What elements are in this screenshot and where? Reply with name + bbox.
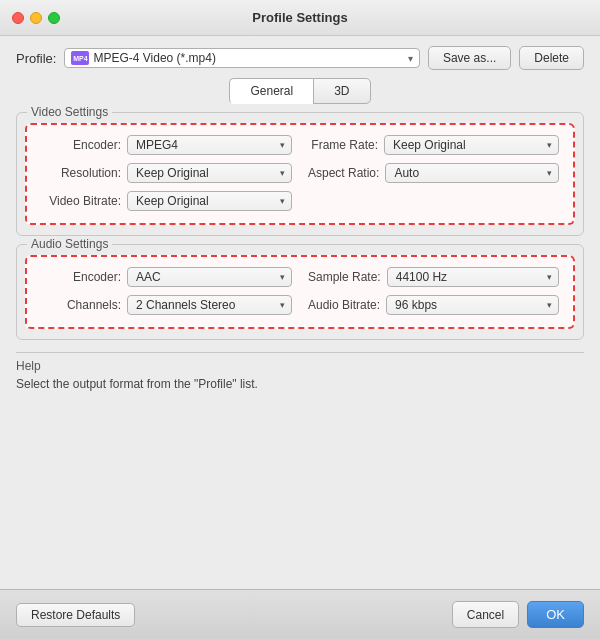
close-button[interactable] bbox=[12, 12, 24, 24]
audio-settings-inner: Encoder: AAC ▾ Sample Rate: 44100 Hz ▾ bbox=[25, 255, 575, 329]
minimize-button[interactable] bbox=[30, 12, 42, 24]
video-bitrate-arrow: ▾ bbox=[280, 196, 285, 206]
cancel-button[interactable]: Cancel bbox=[452, 601, 519, 628]
help-text: Select the output format from the "Profi… bbox=[16, 377, 584, 391]
video-settings-outer: Video Settings Encoder: MPEG4 ▾ Frame Ra… bbox=[16, 112, 584, 236]
tab-general[interactable]: General bbox=[229, 78, 313, 104]
audio-encoder-arrow: ▾ bbox=[280, 272, 285, 282]
tabs-row: General 3D bbox=[16, 78, 584, 104]
encoder-label: Encoder: bbox=[41, 138, 121, 152]
audio-settings-grid: Encoder: AAC ▾ Sample Rate: 44100 Hz ▾ bbox=[41, 267, 559, 315]
channels-label: Channels: bbox=[41, 298, 121, 312]
frame-rate-arrow: ▾ bbox=[547, 140, 552, 150]
profile-icon: MP4 bbox=[71, 51, 89, 65]
channels-row: Channels: 2 Channels Stereo ▾ bbox=[41, 295, 292, 315]
frame-rate-label: Frame Rate: bbox=[308, 138, 378, 152]
sample-rate-arrow: ▾ bbox=[547, 272, 552, 282]
help-section: Help Select the output format from the "… bbox=[16, 348, 584, 395]
spacer bbox=[16, 403, 584, 573]
restore-defaults-button[interactable]: Restore Defaults bbox=[16, 603, 135, 627]
audio-bitrate-value: 96 kbps bbox=[395, 298, 543, 312]
video-bitrate-row: Video Bitrate: Keep Original ▾ bbox=[41, 191, 292, 211]
delete-button[interactable]: Delete bbox=[519, 46, 584, 70]
ok-button[interactable]: OK bbox=[527, 601, 584, 628]
audio-bitrate-arrow: ▾ bbox=[547, 300, 552, 310]
audio-encoder-row: Encoder: AAC ▾ bbox=[41, 267, 292, 287]
window-title: Profile Settings bbox=[252, 10, 347, 25]
encoder-arrow: ▾ bbox=[280, 140, 285, 150]
help-border: Help Select the output format from the "… bbox=[16, 352, 584, 391]
video-bitrate-label: Video Bitrate: bbox=[41, 194, 121, 208]
help-title: Help bbox=[16, 359, 584, 373]
audio-bitrate-select[interactable]: 96 kbps ▾ bbox=[386, 295, 559, 315]
aspect-ratio-value: Auto bbox=[394, 166, 543, 180]
audio-bitrate-label: Audio Bitrate: bbox=[308, 298, 380, 312]
audio-settings-label: Audio Settings bbox=[27, 237, 112, 251]
frame-rate-row: Frame Rate: Keep Original ▾ bbox=[308, 135, 559, 155]
bottom-right: Cancel OK bbox=[452, 601, 584, 628]
encoder-select[interactable]: MPEG4 ▾ bbox=[127, 135, 292, 155]
resolution-row: Resolution: Keep Original ▾ bbox=[41, 163, 292, 183]
audio-bitrate-row: Audio Bitrate: 96 kbps ▾ bbox=[308, 295, 559, 315]
profile-row: Profile: MP4 MPEG-4 Video (*.mp4) ▾ Save… bbox=[16, 46, 584, 70]
profile-select[interactable]: MP4 MPEG-4 Video (*.mp4) ▾ bbox=[64, 48, 419, 68]
profile-value: MPEG-4 Video (*.mp4) bbox=[93, 51, 403, 65]
video-settings-grid: Encoder: MPEG4 ▾ Frame Rate: Keep Origin… bbox=[41, 135, 559, 211]
sample-rate-select[interactable]: 44100 Hz ▾ bbox=[387, 267, 559, 287]
video-settings-inner: Encoder: MPEG4 ▾ Frame Rate: Keep Origin… bbox=[25, 123, 575, 225]
video-bitrate-select[interactable]: Keep Original ▾ bbox=[127, 191, 292, 211]
traffic-lights bbox=[12, 12, 60, 24]
sample-rate-row: Sample Rate: 44100 Hz ▾ bbox=[308, 267, 559, 287]
resolution-select[interactable]: Keep Original ▾ bbox=[127, 163, 292, 183]
audio-settings-outer: Audio Settings Encoder: AAC ▾ Sample Rat… bbox=[16, 244, 584, 340]
aspect-ratio-select[interactable]: Auto ▾ bbox=[385, 163, 559, 183]
profile-dropdown-arrow: ▾ bbox=[408, 53, 413, 64]
resolution-arrow: ▾ bbox=[280, 168, 285, 178]
video-bitrate-value: Keep Original bbox=[136, 194, 276, 208]
aspect-ratio-arrow: ▾ bbox=[547, 168, 552, 178]
save-as-button[interactable]: Save as... bbox=[428, 46, 511, 70]
encoder-value: MPEG4 bbox=[136, 138, 276, 152]
audio-encoder-value: AAC bbox=[136, 270, 276, 284]
sample-rate-value: 44100 Hz bbox=[396, 270, 543, 284]
aspect-ratio-row: Aspect Ratio: Auto ▾ bbox=[308, 163, 559, 183]
channels-arrow: ▾ bbox=[280, 300, 285, 310]
aspect-ratio-label: Aspect Ratio: bbox=[308, 166, 379, 180]
frame-rate-value: Keep Original bbox=[393, 138, 543, 152]
resolution-label: Resolution: bbox=[41, 166, 121, 180]
bottom-bar: Restore Defaults Cancel OK bbox=[0, 589, 600, 639]
main-content: Profile: MP4 MPEG-4 Video (*.mp4) ▾ Save… bbox=[0, 36, 600, 589]
channels-select[interactable]: 2 Channels Stereo ▾ bbox=[127, 295, 292, 315]
encoder-row: Encoder: MPEG4 ▾ bbox=[41, 135, 292, 155]
channels-value: 2 Channels Stereo bbox=[136, 298, 276, 312]
audio-encoder-label: Encoder: bbox=[41, 270, 121, 284]
video-settings-label: Video Settings bbox=[27, 105, 112, 119]
maximize-button[interactable] bbox=[48, 12, 60, 24]
sample-rate-label: Sample Rate: bbox=[308, 270, 381, 284]
tab-3d[interactable]: 3D bbox=[313, 78, 370, 104]
profile-label: Profile: bbox=[16, 51, 56, 66]
titlebar: Profile Settings bbox=[0, 0, 600, 36]
audio-encoder-select[interactable]: AAC ▾ bbox=[127, 267, 292, 287]
frame-rate-select[interactable]: Keep Original ▾ bbox=[384, 135, 559, 155]
resolution-value: Keep Original bbox=[136, 166, 276, 180]
